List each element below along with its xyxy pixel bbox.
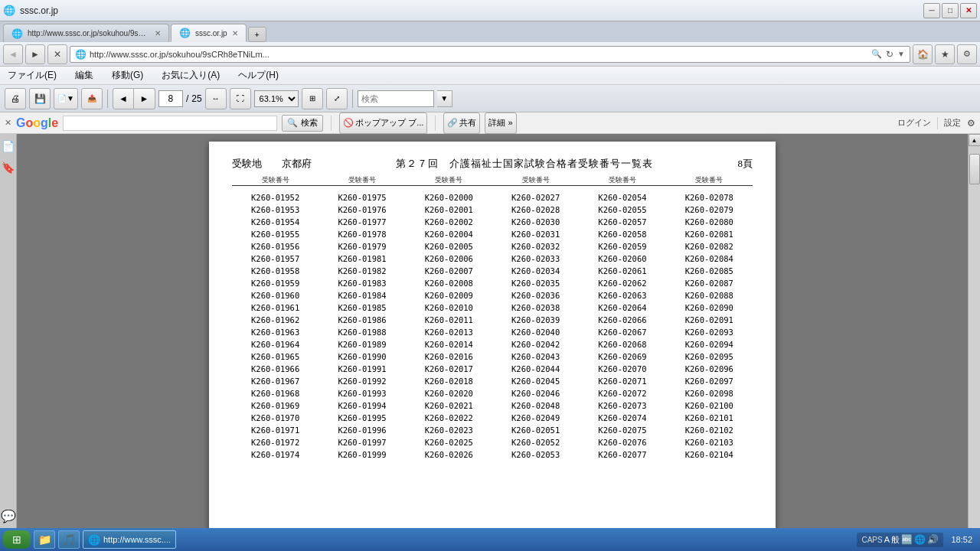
sidebar-comment-icon[interactable]: 💬	[0, 506, 19, 527]
table-row: K260-02002	[406, 217, 492, 227]
table-row: K260-02000	[406, 192, 492, 203]
zoom-select[interactable]: 63.1% 50% 75% 100% 125%	[254, 90, 299, 107]
table-row: K260-01997	[318, 437, 405, 448]
google-search-button[interactable]: 🔍 検索	[282, 115, 323, 132]
taskbar-ie-item[interactable]: 🌐 http://www.sssc....	[83, 530, 176, 549]
taskbar-tray: CAPS A 般 🔤 🌐 🔊	[857, 533, 943, 547]
table-row: K260-02091	[666, 315, 753, 325]
table-row: K260-02020	[406, 388, 492, 399]
left-sidebar: 📄 🔖 💬 📎	[0, 134, 17, 551]
start-icon: ⊞	[12, 533, 21, 546]
separator-2	[352, 90, 353, 108]
tab-bar: 🌐 http://www.sssc.or.jp/sokuhou/9sCRh8eT…	[0, 21, 980, 42]
folder-icon: 📁	[38, 533, 51, 546]
page-number-input[interactable]	[158, 90, 183, 107]
tab-1-label: http://www.sssc.or.jp/sokuhou/9sCRh8eTNi…	[28, 29, 150, 37]
prev-page-button[interactable]: ◄	[113, 88, 134, 109]
home-button[interactable]: 🏠	[913, 44, 933, 64]
fit-page-button[interactable]: ⛶	[230, 88, 251, 109]
table-row: K260-02067	[579, 327, 665, 337]
page-total: 25	[191, 93, 201, 104]
forward-button[interactable]: ►	[25, 44, 45, 64]
pdf-area[interactable]: 受験地 京都府 第２７回 介護福祉士国家試験合格者受験番号一覧表 8頁 受験番号…	[17, 134, 968, 551]
table-row: K260-01993	[318, 388, 405, 399]
start-button[interactable]: ⊞	[3, 530, 31, 549]
tab-2[interactable]: 🌐 sssc.or.jp ✕	[171, 24, 247, 42]
email-button[interactable]: 📄▼	[54, 88, 78, 109]
google-search-input[interactable]	[63, 116, 277, 131]
content-area: 📄 🔖 💬 📎 受験地 京都府 第２７回 介護福祉士国家試験合格者受験番号一覧表…	[0, 134, 980, 551]
settings-icon: ⚙	[967, 118, 975, 129]
popup-icon: 🚫	[343, 118, 354, 128]
google-close-icon[interactable]: ✕	[5, 118, 11, 128]
share-label: 共有	[459, 117, 476, 129]
google-logo[interactable]: Google	[16, 116, 58, 130]
settings-button[interactable]: 設定	[944, 117, 961, 129]
minimize-button[interactable]: ─	[923, 3, 940, 18]
detail-button[interactable]: 詳細 »	[485, 112, 516, 134]
table-row: K260-01969	[232, 400, 318, 411]
menu-edit[interactable]: 編集	[72, 67, 96, 83]
table-row: K260-02063	[579, 290, 665, 301]
pdf-column-4: K260-02027K260-02028K260-02030K260-02031…	[492, 192, 579, 460]
tab-1-close[interactable]: ✕	[155, 29, 161, 37]
login-button[interactable]: ログイン	[897, 117, 931, 129]
next-page-button[interactable]: ►	[134, 88, 155, 109]
sidebar-icon-1[interactable]: 📄	[0, 137, 18, 155]
share-button[interactable]: 🔗 共有	[443, 112, 480, 134]
print-button[interactable]: 🖨	[5, 88, 26, 109]
col-header-1: 受験番号	[232, 175, 318, 185]
actual-size-button[interactable]: ⊞	[302, 88, 323, 109]
favorites-button[interactable]: ★	[935, 44, 955, 64]
refresh-button[interactable]: ↻	[882, 47, 897, 62]
media-icon: 🎵	[63, 533, 76, 546]
menu-file[interactable]: ファイル(E)	[5, 67, 60, 83]
taskbar-media-button[interactable]: 🎵	[58, 530, 80, 549]
pdf-page: 受験地 京都府 第２７回 介護福祉士国家試験合格者受験番号一覧表 8頁 受験番号…	[209, 142, 776, 547]
address-icon: 🌐	[75, 49, 87, 60]
full-screen-button[interactable]: ⤢	[326, 88, 348, 109]
popup-blocker-button[interactable]: 🚫 ポップアップ ブ...	[339, 112, 427, 134]
back-button[interactable]: ◄	[3, 44, 23, 64]
taskbar-folder-button[interactable]: 📁	[34, 530, 55, 549]
menu-favorites[interactable]: お気に入り(A)	[158, 67, 223, 83]
tools-button[interactable]: ⚙	[957, 44, 977, 64]
pdf-search-input[interactable]	[358, 90, 434, 107]
table-row: K260-01977	[318, 217, 405, 227]
table-row: K260-01962	[232, 315, 318, 325]
col-header-6: 受験番号	[666, 175, 753, 185]
table-row: K260-02022	[406, 412, 492, 423]
scrollbar-thumb[interactable]	[969, 154, 980, 184]
taskbar-ie-label: http://www.sssc....	[103, 535, 171, 544]
table-row: K260-02073	[579, 400, 665, 411]
tab-1[interactable]: 🌐 http://www.sssc.or.jp/sokuhou/9sCRh8eT…	[3, 24, 169, 42]
scroll-up-button[interactable]: ▲	[969, 134, 981, 146]
title-bar-left: 🌐 sssc.or.jp	[3, 5, 58, 16]
stop-button[interactable]: ✕	[47, 44, 67, 64]
address-bar[interactable]: 🌐 http://www.sssc.or.jp/sokuhou/9sCRh8eT…	[70, 46, 910, 63]
right-scrollbar[interactable]: ▲ ▼	[968, 134, 980, 551]
table-row: K260-01961	[232, 302, 318, 313]
table-row: K260-02055	[579, 204, 665, 215]
menu-move[interactable]: 移動(G)	[109, 67, 146, 83]
maximize-button[interactable]: □	[942, 3, 959, 18]
table-row: K260-01958	[232, 266, 318, 276]
new-tab-button[interactable]: +	[248, 27, 266, 42]
menu-help[interactable]: ヘルプ(H)	[235, 67, 282, 83]
table-row: K260-01960	[232, 290, 318, 301]
fax-button[interactable]: 📤	[81, 88, 103, 109]
save-button[interactable]: 💾	[29, 88, 51, 109]
table-row: K260-02043	[492, 351, 579, 362]
search-dropdown-button[interactable]: ▼	[437, 90, 452, 107]
close-button[interactable]: ✕	[960, 3, 977, 18]
tab-2-close[interactable]: ✕	[232, 29, 238, 37]
table-row: K260-01971	[232, 425, 318, 435]
sidebar-icon-2[interactable]: 🔖	[0, 158, 18, 177]
table-row: K260-01966	[232, 364, 318, 374]
table-row: K260-02085	[666, 266, 753, 276]
scrollbar-track[interactable]	[969, 146, 980, 541]
google-bar-right: ログイン 設定 ⚙	[897, 117, 975, 129]
fit-width-button[interactable]: ↔	[205, 88, 227, 109]
tab-2-label: sssc.or.jp	[195, 29, 227, 37]
table-row: K260-01981	[318, 253, 405, 264]
